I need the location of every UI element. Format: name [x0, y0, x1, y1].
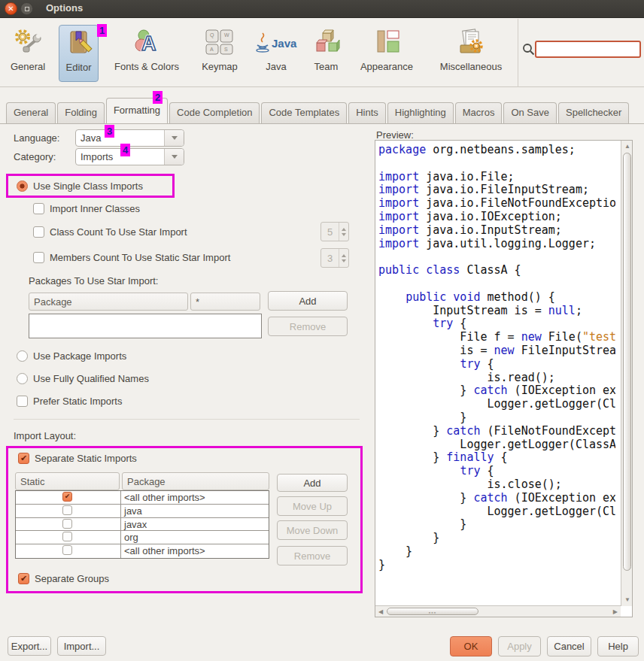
- use-fully-qualified-radio[interactable]: [17, 373, 28, 384]
- table-row[interactable]: <all other imports>: [16, 544, 269, 558]
- prefer-static-imports-label: Prefer Static Imports: [33, 396, 122, 407]
- tab-code-completion[interactable]: Code Completion: [169, 102, 260, 123]
- star-table-package-header[interactable]: Package: [29, 293, 188, 311]
- category-miscellaneous[interactable]: Miscellaneous: [429, 25, 513, 82]
- preview-label: Preview:: [376, 129, 414, 141]
- scroll-right-icon[interactable]: ▶: [613, 609, 618, 615]
- layout-remove-button[interactable]: Remove: [277, 546, 348, 565]
- class-count-checkbox[interactable]: [33, 226, 44, 238]
- horizontal-scroll-thumb[interactable]: ▪▪▪: [387, 608, 478, 615]
- row-static-checkbox[interactable]: [62, 545, 72, 555]
- miscellaneous-icon: [454, 25, 488, 59]
- use-fully-qualified-label: Use Fully Qualified Names: [33, 373, 149, 384]
- category-general[interactable]: General: [6, 25, 50, 82]
- scroll-left-icon[interactable]: ◀: [378, 609, 383, 615]
- table-row[interactable]: javax: [16, 518, 269, 532]
- svg-text:A: A: [141, 32, 156, 55]
- export-button[interactable]: Export...: [8, 636, 51, 656]
- help-button[interactable]: Help: [597, 636, 639, 656]
- scroll-up-icon[interactable]: ▲: [624, 144, 630, 150]
- tab-highlighting[interactable]: Highlighting: [387, 102, 454, 123]
- tab-hints[interactable]: Hints: [348, 102, 386, 123]
- import-layout-table[interactable]: <all other imports> java javax org <all …: [15, 490, 269, 559]
- titlebar: ✕ Options: [0, 0, 644, 18]
- restore-icon[interactable]: [20, 2, 33, 15]
- preview-pane: package org.netbeans.samples; import jav…: [375, 140, 633, 617]
- layout-table-package-header[interactable]: Package: [122, 472, 269, 490]
- category-editor[interactable]: Editor: [59, 25, 99, 82]
- row-package-cell: javax: [121, 518, 269, 531]
- spinner-arrows-icon[interactable]: [339, 249, 348, 267]
- star-import-list[interactable]: [29, 314, 262, 338]
- vertical-scrollbar[interactable]: ▲ ▼: [621, 141, 632, 606]
- tab-folding[interactable]: Folding: [57, 102, 105, 123]
- category-label: General: [11, 61, 45, 72]
- class-count-spinner[interactable]: 5: [320, 222, 349, 241]
- row-package-cell: <all other imports>: [121, 491, 269, 504]
- annotation-badge-3: 3: [105, 125, 114, 138]
- row-static-checkbox[interactable]: [62, 532, 72, 541]
- cancel-button[interactable]: Cancel: [547, 636, 591, 656]
- tab-general[interactable]: General: [6, 102, 56, 123]
- appearance-layout-icon: [372, 25, 402, 59]
- scroll-down-icon[interactable]: ▼: [624, 597, 630, 603]
- row-package-cell: java: [121, 505, 269, 517]
- layout-move-up-button[interactable]: Move Up: [277, 496, 348, 516]
- category-label: Category:: [14, 151, 56, 162]
- table-row[interactable]: <all other imports>: [16, 491, 269, 505]
- star-table-star-header[interactable]: *: [190, 293, 260, 311]
- annotation-badge-4: 4: [120, 144, 130, 156]
- vertical-scroll-thumb[interactable]: [623, 153, 631, 571]
- star-add-button[interactable]: Add: [268, 291, 348, 311]
- svg-text:Java: Java: [272, 37, 297, 50]
- tab-on-save[interactable]: On Save: [503, 102, 557, 123]
- members-count-value: 3: [321, 249, 339, 267]
- row-static-checkbox[interactable]: [62, 505, 72, 515]
- category-label: Keymap: [202, 61, 238, 72]
- category-label: Miscellaneous: [440, 61, 502, 72]
- members-count-checkbox[interactable]: [33, 252, 44, 263]
- layout-add-button[interactable]: Add: [277, 474, 348, 492]
- use-package-imports-radio[interactable]: [17, 350, 28, 362]
- table-row[interactable]: java: [16, 505, 269, 518]
- ok-button[interactable]: OK: [450, 636, 492, 656]
- use-single-class-imports-radio[interactable]: [17, 180, 28, 192]
- table-row[interactable]: org: [16, 531, 269, 544]
- language-value: Java: [76, 132, 164, 144]
- category-keymap[interactable]: QW AS Keymap: [197, 25, 242, 82]
- members-count-spinner[interactable]: 3: [320, 248, 349, 268]
- close-icon[interactable]: ✕: [5, 2, 17, 15]
- chevron-down-icon: [164, 149, 184, 165]
- horizontal-scrollbar[interactable]: ◀ ▪▪▪ ▶: [375, 605, 621, 617]
- chevron-down-icon: [164, 130, 184, 146]
- layout-table-static-header[interactable]: Static: [15, 472, 120, 490]
- separate-groups-checkbox[interactable]: [18, 573, 29, 584]
- language-label: Language:: [14, 132, 59, 144]
- spinner-arrows-icon[interactable]: [339, 223, 348, 241]
- import-button[interactable]: Import...: [57, 636, 106, 656]
- star-remove-button[interactable]: Remove: [268, 317, 348, 336]
- tab-code-templates[interactable]: Code Templates: [261, 102, 347, 123]
- import-inner-classes-checkbox[interactable]: [33, 203, 44, 214]
- use-single-class-imports-label: Use Single Class Imports: [33, 180, 143, 192]
- category-label: Editor: [66, 62, 92, 73]
- tab-content-border: [0, 123, 644, 124]
- svg-text:A: A: [210, 47, 214, 52]
- options-dialog: ✕ Options General: [0, 0, 644, 661]
- row-package-cell: <all other imports>: [121, 544, 269, 558]
- search-input[interactable]: [535, 41, 641, 58]
- layout-move-down-button[interactable]: Move Down: [277, 520, 348, 540]
- tab-spellchecker[interactable]: Spellchecker: [558, 102, 629, 123]
- row-static-checkbox[interactable]: [62, 519, 72, 529]
- category-appearance[interactable]: Appearance: [352, 25, 421, 82]
- section-divider: [14, 419, 360, 420]
- prefer-static-imports-checkbox[interactable]: [17, 396, 28, 407]
- category-fonts-colors[interactable]: A A Fonts & Colors: [105, 25, 188, 82]
- category-java[interactable]: Java Java: [254, 25, 299, 82]
- category-label: Appearance: [360, 61, 413, 72]
- apply-button[interactable]: Apply: [498, 636, 541, 656]
- category-team[interactable]: Team: [308, 25, 344, 82]
- tab-macros[interactable]: Macros: [455, 102, 503, 123]
- separate-static-imports-checkbox[interactable]: [18, 453, 29, 464]
- row-static-checkbox[interactable]: [62, 492, 72, 502]
